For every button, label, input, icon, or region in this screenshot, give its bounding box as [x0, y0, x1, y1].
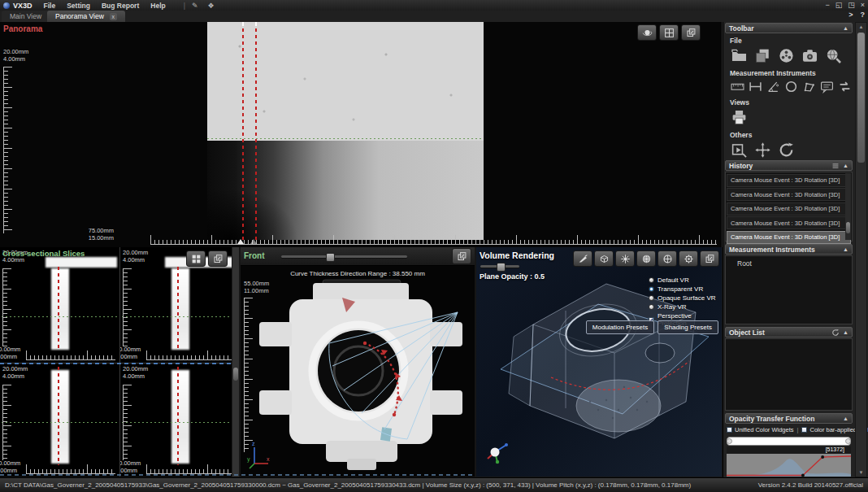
- export-box-icon[interactable]: [731, 142, 748, 159]
- panorama-green-crosshair[interactable]: [207, 138, 484, 139]
- history-section-header[interactable]: History ▲: [725, 160, 853, 171]
- menu-setting[interactable]: Setting: [67, 2, 90, 10]
- coordinate-swap-icon[interactable]: [838, 80, 852, 95]
- history-item[interactable]: Camera Mouse Event : 3D Rotation [3D]: [727, 231, 851, 244]
- popout-button[interactable]: ◳: [848, 1, 855, 10]
- otf-color-gradient-bar[interactable]: [727, 437, 851, 446]
- modulation-presets-button[interactable]: Modulation Presets: [586, 320, 654, 334]
- menu-bug-report[interactable]: Bug Report: [102, 2, 139, 10]
- opacity-transfer-function-header[interactable]: Opacity Transfer Function ▲: [725, 413, 853, 424]
- copy-icon[interactable]: [754, 47, 771, 66]
- list-icon[interactable]: [831, 162, 840, 170]
- snapshot-icon[interactable]: [700, 250, 719, 267]
- sphere-icon[interactable]: [636, 250, 656, 267]
- collapse-arrow-icon[interactable]: ▲: [843, 163, 848, 168]
- clip-plane-icon[interactable]: [573, 250, 592, 267]
- radio-icon[interactable]: [649, 277, 654, 283]
- grid-view-icon[interactable]: [186, 250, 206, 267]
- radio-icon[interactable]: [649, 286, 654, 292]
- refresh-icon[interactable]: [831, 329, 840, 337]
- tab-panorama-view[interactable]: Panorama View x: [47, 11, 125, 22]
- checkbox-icon[interactable]: [801, 427, 807, 433]
- history-item[interactable]: Camera Mouse Event : 3D Rotation [3D]: [727, 216, 851, 229]
- quad-red-crosshair[interactable]: [58, 367, 59, 465]
- measurement-instruments-header[interactable]: Measurement Instruments ▲: [725, 244, 853, 255]
- sidebar-scrollbar-thumb[interactable]: [857, 33, 865, 163]
- scroll-down-icon[interactable]: ▼: [856, 470, 866, 475]
- quad-red-crosshair[interactable]: [58, 267, 59, 351]
- circle-icon[interactable]: [784, 80, 798, 95]
- brush-icon[interactable]: ❖: [208, 2, 215, 10]
- search-globe-icon[interactable]: [825, 47, 842, 66]
- radio-default-vr[interactable]: Default VR: [649, 276, 689, 284]
- cross-section-quadrant-3[interactable]: 20.00mm4.00mm 10.00mm2.00mm: [0, 364, 119, 477]
- front-xray-drawing[interactable]: [245, 275, 471, 475]
- film-icon[interactable]: [778, 47, 795, 66]
- cross-scrollbar[interactable]: [232, 247, 239, 477]
- folder-open-icon[interactable]: [731, 47, 748, 66]
- restore-button[interactable]: ◱: [835, 1, 843, 10]
- tile-view-icon[interactable]: [659, 24, 679, 41]
- slice-marker-1[interactable]: [237, 239, 244, 244]
- tab-main-view[interactable]: Main View: [2, 11, 50, 22]
- collapse-arrow-icon[interactable]: ▲: [843, 329, 848, 335]
- close-button[interactable]: ×: [861, 1, 865, 10]
- pencil-icon[interactable]: ✎: [192, 2, 198, 10]
- expand-panel-icon[interactable]: >: [848, 11, 853, 19]
- radio-icon[interactable]: [649, 304, 654, 310]
- plane-opacity-thumb[interactable]: [497, 263, 506, 272]
- quad-green-crosshair[interactable]: [122, 316, 237, 317]
- radio-x-ray-vr[interactable]: X-Ray VR: [649, 303, 687, 311]
- quad-green-crosshair[interactable]: [2, 422, 118, 423]
- radio-icon[interactable]: [649, 295, 654, 301]
- camera-icon[interactable]: [801, 47, 818, 66]
- burst-icon[interactable]: [615, 250, 635, 267]
- scroll-up-icon[interactable]: ▲: [856, 24, 866, 29]
- collapse-arrow-icon[interactable]: ▲: [843, 416, 848, 421]
- camera-orbit-icon[interactable]: [637, 24, 657, 41]
- otf-transfer-curve[interactable]: [727, 454, 851, 477]
- radio-transparent-vr[interactable]: Transparent VR: [649, 285, 703, 293]
- cross-scrollbar-thumb[interactable]: [233, 368, 238, 381]
- quad-green-crosshair[interactable]: [2, 316, 118, 317]
- wheel-icon[interactable]: [658, 250, 677, 267]
- panorama-xray-image[interactable]: [207, 22, 484, 240]
- panorama-red-crosshair-1[interactable]: [242, 22, 244, 240]
- history-scrollbar[interactable]: [845, 173, 851, 240]
- printer-icon[interactable]: [731, 109, 748, 128]
- cube-icon[interactable]: [594, 250, 614, 267]
- caliper-icon[interactable]: [749, 80, 762, 95]
- sidebar-scrollbar[interactable]: ▲ ▼: [855, 22, 867, 477]
- angle-icon[interactable]: [766, 80, 780, 95]
- plane-opacity-slider[interactable]: [480, 265, 519, 268]
- quad-red-crosshair[interactable]: [177, 267, 179, 351]
- object-list-header[interactable]: Object List ▲: [725, 327, 853, 337]
- tree-item-root[interactable]: Root: [726, 256, 852, 268]
- cross-section-quadrant-1[interactable]: 20.00mm4.00mm 10.00mm2.00mm: [0, 247, 119, 363]
- snapshot-icon[interactable]: [452, 248, 471, 264]
- snapshot-icon[interactable]: [208, 250, 228, 267]
- menu-file[interactable]: File: [44, 2, 56, 10]
- quad-red-crosshair[interactable]: [177, 367, 179, 465]
- otf-histogram[interactable]: [51372]: [727, 446, 851, 477]
- slice-marker-2[interactable]: [250, 239, 257, 244]
- tab-close-icon[interactable]: x: [110, 13, 117, 20]
- collapse-arrow-icon[interactable]: ▲: [843, 246, 848, 252]
- shading-presets-button[interactable]: Shading Presets: [658, 320, 718, 334]
- tape-icon[interactable]: [731, 80, 744, 95]
- annotation-icon[interactable]: [820, 80, 834, 95]
- collapse-arrow-icon[interactable]: ▲: [843, 25, 848, 31]
- history-item[interactable]: Camera Mouse Event : 3D Rotation [3D]: [727, 202, 851, 216]
- help-icon[interactable]: ?: [861, 11, 866, 19]
- row-separator-blue-dashed[interactable]: [0, 363, 232, 364]
- front-slice-slider[interactable]: [281, 255, 407, 258]
- quad-green-crosshair[interactable]: [122, 422, 237, 423]
- menu-help[interactable]: Help: [150, 2, 165, 10]
- history-item[interactable]: Camera Mouse Event : 3D Rotation [3D]: [727, 188, 851, 201]
- cross-section-quadrant-4[interactable]: 20.00mm4.00mm 10.00mm2.00mm: [120, 364, 239, 477]
- front-slider-thumb[interactable]: [326, 253, 335, 262]
- polygon-icon[interactable]: [802, 80, 816, 95]
- radio-opaque-surface-vr[interactable]: Opaque Surface VR: [649, 294, 716, 302]
- checkbox-icon[interactable]: [727, 427, 732, 433]
- history-scrollbar-thumb[interactable]: [846, 222, 850, 233]
